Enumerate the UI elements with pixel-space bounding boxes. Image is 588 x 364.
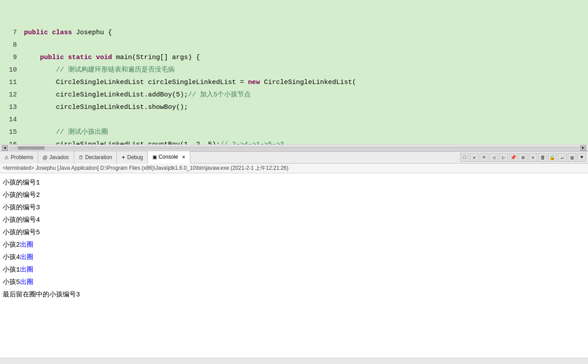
line-content: public class Josephu { [24, 27, 112, 39]
bottom-panel: ⚠Problems@Javadoc🗒Declaration✦Debug▣Cons… [0, 151, 588, 364]
tab-console[interactable]: ▣Console✕ [148, 151, 190, 164]
output-line: 小孩的编号4 [3, 214, 585, 227]
line-content: circleSingleLinkedList.showBoy(); [24, 101, 188, 114]
code-line: 12 circleSingleLinkedList.addBoy(5);// 加… [0, 89, 588, 101]
more-btn[interactable]: ▼ [577, 153, 586, 162]
bottom-scrollbar[interactable] [0, 358, 588, 364]
line-number: 7 [4, 27, 17, 39]
output-text-exit: 出圈 [20, 279, 33, 286]
output-line: 小孩1出圈 [3, 264, 585, 276]
tab-debug[interactable]: ✦Debug [117, 151, 148, 164]
pin-btn[interactable]: 📌 [509, 153, 518, 162]
output-line: 小孩的编号2 [3, 189, 585, 202]
scroll-thumb[interactable] [18, 146, 44, 150]
line-content [24, 114, 28, 126]
token: circleSingleLinkedList.addBoy(5); [24, 91, 188, 99]
scroll-track [9, 146, 579, 150]
tab-declaration[interactable]: 🗒Declaration [74, 151, 117, 164]
tab-javadoc[interactable]: @Javadoc [38, 151, 74, 164]
view-btn[interactable]: ▥ [568, 153, 576, 162]
output-line: 小孩5出圈 [3, 276, 585, 289]
output-text-normal: 小孩5 [3, 279, 20, 286]
token: public [40, 54, 68, 61]
output-line: 最后留在圈中的小孩编号3 [3, 289, 585, 301]
scroll-right-arrow[interactable]: ► [580, 145, 586, 151]
output-line: 小孩的编号1 [3, 177, 585, 189]
output-text-normal: 小孩4 [3, 254, 20, 261]
tab-problems[interactable]: ⚠Problems [0, 151, 38, 164]
prev-btn[interactable]: ◁ [489, 153, 498, 162]
code-line: 13 circleSingleLinkedList.showBoy(); [0, 101, 588, 114]
code-line: 11 CircleSingleLinkedList circleSingleLi… [0, 76, 588, 89]
line-number: 12 [4, 89, 17, 101]
token [24, 54, 40, 61]
line-number: 11 [4, 76, 17, 89]
token: // 测试构建环形链表和遍历是否没毛病 [24, 66, 175, 74]
line-number: 14 [4, 114, 17, 126]
scroll-lock-btn[interactable]: 🔒 [548, 153, 557, 162]
code-line: 7public class Josephu { [0, 27, 588, 39]
horizontal-scrollbar[interactable]: ◄ ► [0, 144, 588, 151]
line-number: 10 [4, 64, 17, 76]
line-content: public static void main(String[] args) { [24, 52, 200, 64]
token: // 测试小孩出圈 [24, 128, 108, 136]
token: void [96, 54, 116, 61]
line-content: // 测试小孩出圈 [24, 126, 108, 139]
tab-bar: ⚠Problems@Javadoc🗒Declaration✦Debug▣Cons… [0, 151, 588, 164]
debug-tab-label: Debug [127, 154, 143, 160]
console-output: 小孩的编号1小孩的编号2小孩的编号3小孩的编号4小孩的编号5小孩2出圈小孩4出圈… [0, 173, 588, 358]
javadoc-tab-icon: @ [43, 155, 48, 160]
token: CircleSingleLinkedList( [264, 79, 356, 86]
code-content: 7public class Josephu {8 9 public static… [0, 0, 588, 151]
output-text-normal: 小孩1 [3, 266, 20, 274]
status-text: <terminated> Josephu [Java Application] … [3, 164, 288, 172]
javadoc-tab-label: Javadoc [49, 154, 69, 160]
main-container: 7public class Josephu {8 9 public static… [0, 0, 588, 364]
output-text-exit: 出圈 [20, 241, 33, 249]
line-content: // 测试构建环形链表和遍历是否没毛病 [24, 64, 175, 76]
token: main(String[] args) { [116, 54, 200, 61]
scroll-left-arrow[interactable]: ◄ [2, 145, 8, 151]
debug-tab-icon: ✦ [121, 155, 125, 160]
token: CircleSingleLinkedList circleSingleLinke… [24, 79, 248, 86]
code-editor: 7public class Josephu {8 9 public static… [0, 0, 588, 151]
code-line: 15 // 测试小孩出圈 [0, 126, 588, 139]
code-line: 8 [0, 39, 588, 52]
output-text-normal: 小孩2 [3, 241, 20, 249]
declaration-tab-icon: 🗒 [79, 155, 84, 160]
declaration-tab-label: Declaration [85, 154, 112, 160]
next-btn[interactable]: ▷ [499, 153, 508, 162]
token: Josephu { [76, 29, 112, 36]
console-close-icon[interactable]: ✕ [182, 155, 185, 160]
code-line: 9 public static void main(String[] args)… [0, 52, 588, 64]
tab-bar-toolbar: □✕≡◁▷📌⊞✕🗑🔒↵▥▼ [460, 153, 588, 162]
line-number: 9 [4, 52, 17, 64]
code-line: 14 [0, 114, 588, 126]
line-content: circleSingleLinkedList.addBoy(5);// 加入5个… [24, 89, 251, 101]
problems-tab-icon: ⚠ [4, 155, 9, 160]
clear-btn[interactable]: 🗑 [538, 153, 547, 162]
word-wrap-btn[interactable]: ↵ [558, 153, 567, 162]
minimize-btn[interactable]: □ [460, 153, 469, 162]
token: class [52, 29, 76, 36]
new-console-btn[interactable]: ⊞ [519, 153, 528, 162]
console-tab-icon: ▣ [152, 154, 157, 160]
output-line: 小孩4出圈 [3, 252, 585, 264]
problems-tab-label: Problems [11, 154, 33, 160]
output-text-exit: 出圈 [20, 254, 33, 261]
output-line: 小孩的编号5 [3, 227, 585, 239]
token: public [24, 29, 52, 36]
line-number: 8 [4, 39, 17, 52]
output-text-exit: 出圈 [20, 266, 33, 274]
line-content: CircleSingleLinkedList circleSingleLinke… [24, 76, 356, 89]
status-bar: <terminated> Josephu [Java Application] … [0, 164, 588, 173]
close-btn[interactable]: ✕ [470, 153, 479, 162]
menu-btn[interactable]: ≡ [480, 153, 488, 162]
output-line: 小孩的编号3 [3, 202, 585, 214]
token: circleSingleLinkedList.showBoy(); [24, 104, 188, 111]
line-number: 15 [4, 126, 17, 139]
line-content [24, 39, 28, 52]
console-tab-label: Console [159, 154, 178, 160]
output-line: 小孩2出圈 [3, 239, 585, 252]
remove-btn[interactable]: ✕ [528, 153, 537, 162]
